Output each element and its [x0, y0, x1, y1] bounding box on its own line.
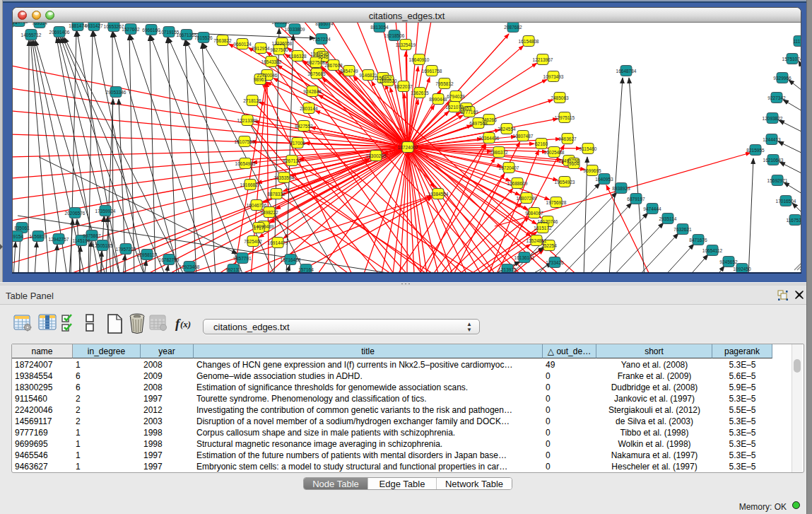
svg-text:7955812: 7955812 [435, 81, 454, 86]
svg-text:16961758: 16961758 [422, 69, 442, 74]
svg-text:11172: 11172 [793, 39, 801, 44]
svg-text:1213975: 1213975 [498, 267, 517, 272]
svg-text:10654985: 10654985 [235, 161, 256, 166]
svg-text:157164: 157164 [298, 267, 314, 272]
svg-text:9242848: 9242848 [303, 89, 322, 94]
svg-text:19756928: 19756928 [546, 200, 567, 205]
svg-text:15692971: 15692971 [767, 178, 788, 183]
svg-text:9631427: 9631427 [85, 23, 103, 28]
svg-text:11353594: 11353594 [274, 175, 295, 180]
svg-text:18300295: 18300295 [366, 153, 387, 158]
svg-text:13524861: 13524861 [526, 238, 547, 243]
svg-text:16136141: 16136141 [514, 255, 535, 260]
svg-text:9084067: 9084067 [525, 211, 543, 216]
svg-text:16782759: 16782759 [159, 257, 180, 262]
svg-text:8471676: 8471676 [689, 238, 707, 243]
svg-text:17016504: 17016504 [776, 199, 796, 204]
svg-text:9546: 9546 [318, 54, 329, 59]
svg-text:9827508: 9827508 [307, 60, 325, 65]
svg-text:16154808: 16154808 [519, 39, 539, 44]
svg-text:1167533: 1167533 [787, 218, 801, 223]
svg-text:19218506: 19218506 [384, 33, 405, 38]
svg-text:20691406: 20691406 [49, 30, 70, 35]
svg-text:62160: 62160 [535, 141, 548, 146]
svg-text:3675685: 3675685 [307, 71, 326, 76]
svg-text:7515526: 7515526 [194, 35, 213, 40]
svg-text:8912954: 8912954 [252, 46, 270, 51]
svg-text:19654923: 19654923 [555, 180, 575, 185]
svg-text:7563822: 7563822 [213, 38, 232, 43]
svg-text:1244413: 1244413 [763, 137, 781, 142]
svg-text:12923468: 12923468 [180, 264, 200, 269]
svg-text:769514: 769514 [32, 23, 47, 25]
svg-text:7485063: 7485063 [551, 95, 569, 100]
svg-text:717006: 717006 [290, 141, 305, 146]
svg-text:20206576: 20206576 [65, 211, 86, 216]
svg-text:16210643: 16210643 [763, 158, 784, 163]
svg-text:19384554: 19384554 [428, 192, 449, 197]
svg-text:9463627: 9463627 [558, 136, 577, 141]
svg-text:2935114: 2935114 [659, 216, 677, 221]
svg-text:9660124: 9660124 [233, 42, 252, 47]
svg-text:10033809: 10033809 [285, 27, 305, 32]
svg-text:252254: 252254 [541, 243, 557, 248]
svg-text:8822037: 8822037 [394, 84, 413, 89]
svg-text:1640953: 1640953 [595, 177, 613, 182]
svg-text:2087682: 2087682 [504, 25, 522, 30]
svg-text:7632621: 7632621 [673, 227, 692, 232]
svg-text:29053346: 29053346 [106, 90, 126, 95]
svg-text:2718126: 2718126 [243, 98, 261, 103]
svg-text:6794028: 6794028 [447, 94, 465, 99]
svg-text:11325419: 11325419 [396, 42, 416, 47]
svg-text:10654112: 10654112 [702, 248, 723, 253]
svg-text:14055712: 14055712 [21, 33, 42, 37]
svg-text:3498222: 3498222 [260, 210, 278, 215]
svg-text:16107553: 16107553 [235, 139, 255, 144]
svg-text:15716488: 15716488 [281, 257, 301, 262]
svg-text:9975867: 9975867 [83, 233, 101, 238]
svg-text:992133: 992133 [225, 267, 241, 272]
svg-text:13226058: 13226058 [272, 41, 293, 46]
svg-text:12505185: 12505185 [93, 243, 113, 248]
svg-text:18724007: 18724007 [398, 145, 418, 150]
svg-text:17957223: 17957223 [116, 247, 136, 252]
svg-text:8165074: 8165074 [315, 23, 334, 26]
svg-text:6966160: 6966160 [142, 28, 160, 33]
svg-text:1156819: 1156819 [30, 234, 47, 239]
svg-text:18640910: 18640910 [409, 57, 430, 62]
svg-text:1733426: 1733426 [546, 260, 564, 265]
svg-text:10973493: 10973493 [543, 74, 564, 79]
svg-text:9827500: 9827500 [270, 47, 288, 52]
svg-text:6497568: 6497568 [469, 121, 488, 126]
svg-text:8215955: 8215955 [746, 148, 765, 153]
svg-text:39154: 39154 [13, 234, 23, 239]
svg-text:1881474: 1881474 [69, 23, 87, 28]
svg-text:19166827: 19166827 [240, 182, 261, 187]
svg-text:1362615: 1362615 [411, 90, 429, 95]
svg-text:10958117: 10958117 [137, 252, 158, 257]
svg-text:6879197: 6879197 [627, 197, 645, 201]
svg-text:12975115: 12975115 [555, 115, 575, 120]
svg-text:1588520: 1588520 [379, 78, 397, 83]
svg-text:7357224: 7357224 [312, 37, 331, 42]
svg-text:16543382: 16543382 [261, 59, 282, 64]
svg-text:8186328: 8186328 [288, 54, 307, 59]
svg-text:17359924: 17359924 [95, 209, 116, 214]
svg-text:12213967: 12213967 [533, 57, 553, 62]
svg-text:98961: 98961 [254, 77, 266, 82]
svg-text:16120746: 16120746 [538, 219, 558, 224]
svg-text:9604: 9604 [569, 161, 579, 166]
svg-text:8267130: 8267130 [283, 158, 301, 163]
svg-text:10025488: 10025488 [544, 150, 565, 155]
svg-text:15751074: 15751074 [782, 57, 801, 62]
svg-text:835061: 835061 [14, 226, 30, 230]
svg-text:9115460: 9115460 [579, 146, 597, 151]
svg-text:9245652: 9245652 [719, 259, 738, 264]
svg-text:(x): (x) [180, 319, 191, 329]
svg-text:9227342: 9227342 [767, 95, 786, 100]
svg-text:9329966: 9329966 [773, 76, 792, 81]
svg-text:8990448: 8990448 [429, 97, 447, 102]
svg-text:10688609: 10688609 [507, 181, 528, 186]
svg-text:1717: 1717 [254, 226, 264, 230]
svg-text:2867608: 2867608 [324, 63, 343, 68]
